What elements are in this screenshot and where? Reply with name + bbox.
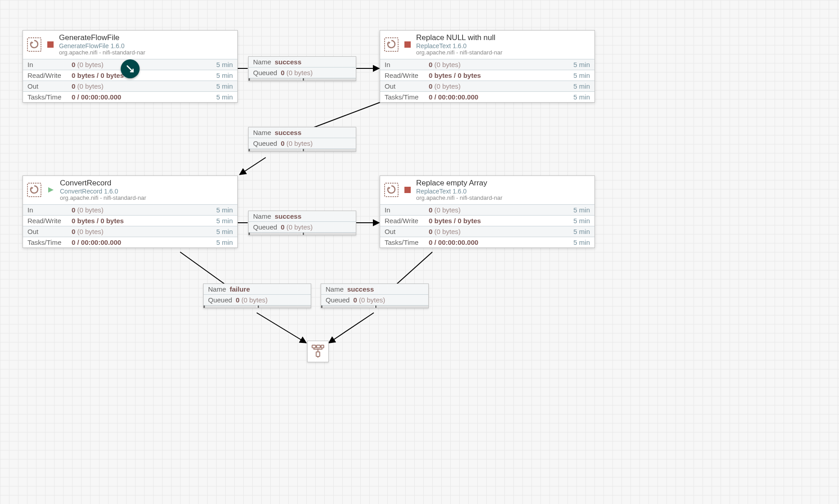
processor-replace-empty-array[interactable]: Replace empty Array ReplaceText 1.6.0 or… xyxy=(380,176,595,248)
state-stopped-icon xyxy=(404,41,411,48)
svg-line-7 xyxy=(396,252,432,284)
processor-bundle: org.apache.nifi - nifi-standard-nar xyxy=(59,50,145,56)
processor-icon xyxy=(27,37,42,52)
processor-convertrecord[interactable]: ConvertRecord ConvertRecord 1.6.0 org.ap… xyxy=(23,176,238,248)
svg-marker-15 xyxy=(31,187,33,189)
processor-type: ConvertRecord 1.6.0 xyxy=(60,188,146,195)
processor-bundle: org.apache.nifi - nifi-standard-nar xyxy=(60,195,146,202)
svg-rect-10 xyxy=(27,38,41,51)
funnel[interactable] xyxy=(307,341,329,362)
processor-type: ReplaceText 1.6.0 xyxy=(416,42,503,50)
svg-rect-17 xyxy=(385,183,398,197)
connection-success-0[interactable]: Namesuccess Queued0 (0 bytes) xyxy=(248,56,356,81)
svg-line-8 xyxy=(257,313,306,343)
backpressure-bars xyxy=(321,306,428,308)
state-running-icon xyxy=(47,186,54,194)
state-stopped-icon xyxy=(47,41,54,48)
processor-title: Replace NULL with null xyxy=(416,33,503,42)
processor-title: Replace empty Array xyxy=(416,179,503,188)
processor-icon xyxy=(27,182,42,198)
connection-success-1[interactable]: Namesuccess Queued0 (0 bytes) xyxy=(248,127,356,152)
processor-icon xyxy=(384,182,399,198)
funnel-icon xyxy=(310,344,326,359)
backpressure-bars xyxy=(249,233,356,235)
svg-line-6 xyxy=(180,252,225,284)
svg-marker-18 xyxy=(388,187,390,189)
processor-title: ConvertRecord xyxy=(60,179,146,188)
svg-rect-22 xyxy=(316,352,320,356)
processor-bundle: org.apache.nifi - nifi-standard-nar xyxy=(416,195,503,202)
processor-type: ReplaceText 1.6.0 xyxy=(416,188,503,195)
flow-canvas[interactable]: GenerateFlowFile GenerateFlowFile 1.6.0 … xyxy=(0,0,839,504)
connection-drag-icon[interactable] xyxy=(121,59,140,78)
svg-rect-12 xyxy=(385,38,398,51)
backpressure-bars xyxy=(249,149,356,151)
svg-marker-13 xyxy=(388,41,390,44)
connection-success-2[interactable]: Namesuccess Queued0 (0 bytes) xyxy=(248,211,356,235)
svg-line-3 xyxy=(240,158,266,175)
processor-bundle: org.apache.nifi - nifi-standard-nar xyxy=(416,50,503,56)
svg-marker-11 xyxy=(31,41,33,44)
svg-rect-14 xyxy=(27,183,41,197)
state-stopped-icon xyxy=(404,187,411,193)
connection-failure[interactable]: Namefailure Queued0 (0 bytes) xyxy=(203,284,311,308)
processor-replace-null[interactable]: Replace NULL with null ReplaceText 1.6.0… xyxy=(380,30,595,103)
svg-rect-21 xyxy=(321,345,324,348)
svg-marker-16 xyxy=(48,187,54,193)
connection-success-3[interactable]: Namesuccess Queued0 (0 bytes) xyxy=(321,284,429,308)
processor-icon xyxy=(384,37,399,52)
svg-rect-19 xyxy=(312,345,316,348)
svg-rect-20 xyxy=(317,345,320,348)
processor-title: GenerateFlowFile xyxy=(59,33,145,42)
svg-line-9 xyxy=(329,313,374,343)
backpressure-bars xyxy=(249,78,356,81)
backpressure-bars xyxy=(204,306,311,308)
processor-type: GenerateFlowFile 1.6.0 xyxy=(59,42,145,50)
